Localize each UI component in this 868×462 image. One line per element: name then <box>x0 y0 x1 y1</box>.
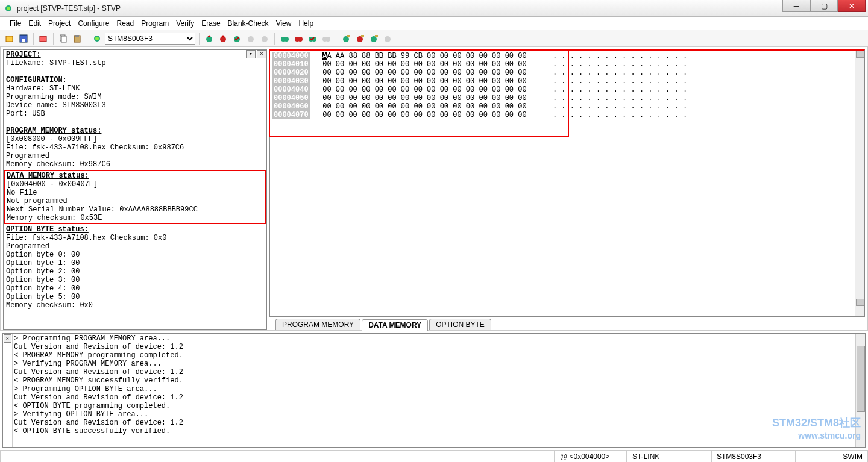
menu-blank-check[interactable]: Blank-Check <box>224 18 272 29</box>
svg-rect-26 <box>347 35 350 37</box>
hex-row[interactable]: 00004030 00 00 00 00 00 00 00 00 00 00 0… <box>272 77 862 86</box>
config-hardware: Hardware: ST-LINK <box>6 84 264 93</box>
panel-close-icon[interactable]: × <box>257 50 266 58</box>
hex-row[interactable]: 00004000 AA AA 88 88 BB BB 99 CB 00 00 0… <box>272 52 862 60</box>
hex-row[interactable]: 00004050 00 00 00 00 00 00 00 00 00 00 0… <box>272 94 862 102</box>
tab-program-memory[interactable]: PROGRAM MEMORY <box>275 319 360 330</box>
datamem-highlight-box: DATA MEMORY status: [0x004000 - 0x00407F… <box>4 170 266 224</box>
config-progmode: Programming mode: SWIM <box>6 93 264 101</box>
erase-current-icon[interactable] <box>245 33 257 45</box>
menu-erase[interactable]: Erase <box>198 18 224 29</box>
close-button[interactable]: ✕ <box>838 0 866 12</box>
progmem-heading: PROGRAM MEMORY status: <box>6 126 264 135</box>
log-line: Cut Version and Revision of device: 1.2 <box>14 343 854 351</box>
save-icon[interactable] <box>17 33 30 45</box>
optbyte-2: Option byte 2: 00 <box>6 267 264 276</box>
menu-help[interactable]: Help <box>295 18 317 29</box>
menu-edit[interactable]: Edit <box>25 18 45 29</box>
optbyte-3: Option byte 3: 00 <box>6 276 264 284</box>
config-heading: CONFIGURATION: <box>6 76 264 84</box>
svg-point-18 <box>284 37 289 42</box>
project-filename: FileName: STVP-TEST.stp <box>6 59 264 67</box>
optbyte-status: Programmed <box>6 242 264 251</box>
datamem-checksum: Memory checksum: 0x53E <box>7 214 263 222</box>
paste-icon[interactable] <box>71 33 83 45</box>
erase-all-icon[interactable] <box>320 33 332 45</box>
hex-row[interactable]: 00004010 00 00 00 00 00 00 00 00 00 00 0… <box>272 60 862 69</box>
log-scrollbar[interactable] <box>855 334 865 447</box>
menu-view[interactable]: View <box>272 18 295 29</box>
blankcheck-current-icon[interactable] <box>259 33 271 45</box>
datamem-heading: DATA MEMORY status: <box>7 172 263 180</box>
hex-row[interactable]: 00004070 00 00 00 00 00 00 00 00 00 00 0… <box>272 111 862 119</box>
copy-icon[interactable] <box>57 33 69 45</box>
datamem-range: [0x004000 - 0x00407F] <box>7 180 263 189</box>
maximize-button[interactable]: ▢ <box>810 0 838 12</box>
title-bar: project [STVP-TEST.stp] - STVP ─ ▢ ✕ <box>0 0 868 17</box>
log-line: Cut Version and Revision of device: 1.2 <box>14 419 854 427</box>
menu-read[interactable]: Read <box>113 18 137 29</box>
read-all-icon[interactable] <box>278 33 291 45</box>
hex-row[interactable]: 00004040 00 00 00 00 00 00 00 00 00 00 0… <box>272 86 862 94</box>
app-icon <box>4 4 13 13</box>
hex-row[interactable]: 00004060 00 00 00 00 00 00 00 00 00 00 0… <box>272 102 862 111</box>
log-line: > Verifying OPTION BYTE area... <box>14 410 854 419</box>
memory-tabstrip: PROGRAM MEMORYDATA MEMORYOPTION BYTE <box>269 317 865 330</box>
panel-dropdown-icon[interactable]: ▾ <box>246 50 256 58</box>
svg-point-20 <box>298 37 303 42</box>
log-line: < OPTION BYTE successfully verified. <box>14 427 854 435</box>
svg-rect-2 <box>6 36 13 42</box>
menu-file[interactable]: File <box>6 18 25 29</box>
menu-verify[interactable]: Verify <box>172 18 198 29</box>
window-title: project [STVP-TEST.stp] - STVP <box>17 4 121 13</box>
svg-point-31 <box>385 36 391 42</box>
optbyte-5: Option byte 5: 00 <box>6 293 264 301</box>
log-line: Cut Version and Revision of device: 1.2 <box>14 393 854 402</box>
verify-current-icon[interactable] <box>231 33 243 45</box>
erase-addr-icon[interactable] <box>382 33 394 45</box>
minimize-button[interactable]: ─ <box>782 0 810 12</box>
program-all-icon[interactable] <box>292 33 304 45</box>
status-mode: SWIM <box>796 451 868 462</box>
progmem-checksum: Memory checksum: 0x987C6 <box>6 160 264 169</box>
svg-rect-4 <box>22 39 25 42</box>
status-bar: @ <0x004000> ST-LINK STM8S003F3 SWIM <box>0 450 868 462</box>
verify-all-icon[interactable] <box>306 33 318 45</box>
hex-row[interactable]: 00004020 00 00 00 00 00 00 00 00 00 00 0… <box>272 69 862 77</box>
device-select[interactable]: STM8S003F3 <box>105 33 195 45</box>
project-heading: PROJECT: <box>6 51 264 59</box>
optbyte-4: Option byte 4: 00 <box>6 284 264 293</box>
tab-data-memory[interactable]: DATA MEMORY <box>362 319 428 331</box>
log-line: > Programming OPTION BYTE area... <box>14 385 854 393</box>
log-close-icon[interactable]: × <box>4 334 11 343</box>
optbyte-checksum: Memory checksum: 0x0 <box>6 301 264 310</box>
read-addr-icon[interactable] <box>340 33 352 45</box>
status-device: STM8S003F3 <box>711 451 796 462</box>
menu-program[interactable]: Program <box>137 18 172 29</box>
open-icon[interactable] <box>4 33 16 45</box>
main-content: ▾ × PROJECT: FileName: STVP-TEST.stp CON… <box>0 47 868 331</box>
tab-option-byte[interactable]: OPTION BYTE <box>429 319 491 330</box>
read-current-icon[interactable] <box>203 33 215 45</box>
progmem-file: File: fsk-433-A7108.hex Checksum: 0x987C… <box>6 143 264 152</box>
open-project-icon[interactable] <box>37 33 49 45</box>
log-line: > Programming PROGRAM MEMORY area... <box>14 334 854 343</box>
log-line: < PROGRAM MEMORY programming completed. <box>14 351 854 360</box>
menu-project[interactable]: Project <box>45 18 74 29</box>
project-panel: ▾ × PROJECT: FileName: STVP-TEST.stp CON… <box>3 49 267 330</box>
hex-editor[interactable]: 00004000 AA AA 88 88 BB BB 99 CB 00 00 0… <box>269 49 865 317</box>
configure-icon[interactable] <box>91 33 103 45</box>
log-line: < OPTION BYTE programming completed. <box>14 402 854 410</box>
svg-point-24 <box>326 37 330 42</box>
svg-point-1 <box>7 7 10 10</box>
optbyte-1: Option byte 1: 00 <box>6 259 264 267</box>
log-text[interactable]: > Programming PROGRAM MEMORY area...Cut … <box>13 334 855 447</box>
verify-addr-icon[interactable] <box>368 33 380 45</box>
svg-rect-5 <box>40 36 46 42</box>
optbyte-file: File: fsk-433-A7108.hex Checksum: 0x0 <box>6 234 264 242</box>
optbyte-0: Option byte 0: 00 <box>6 251 264 259</box>
menu-configure[interactable]: Configure <box>74 18 113 29</box>
hex-scrollbar[interactable] <box>855 51 864 316</box>
program-addr-icon[interactable] <box>354 33 366 45</box>
program-current-icon[interactable] <box>217 33 229 45</box>
